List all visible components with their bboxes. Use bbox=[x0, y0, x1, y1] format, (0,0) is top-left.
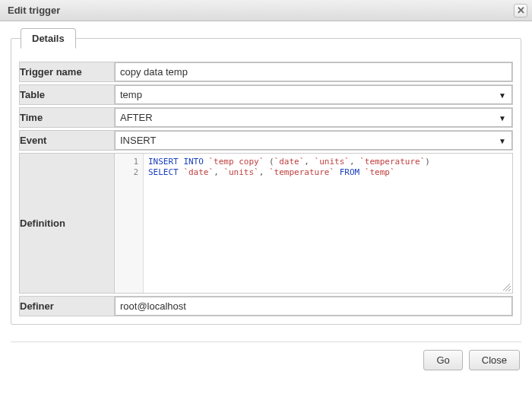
editor-gutter: 12 bbox=[115, 154, 144, 293]
label-definer: Definer bbox=[20, 297, 115, 316]
tab-details[interactable]: Details bbox=[21, 28, 76, 49]
dialog-body: Details Trigger name Table temp ▼ bbox=[0, 21, 532, 332]
dialog-title: Edit trigger bbox=[8, 5, 60, 16]
editor-code[interactable]: INSERT INTO `temp copy` (`date`, `units`… bbox=[144, 154, 512, 293]
time-select[interactable]: AFTER bbox=[115, 108, 512, 127]
label-trigger-name: Trigger name bbox=[20, 62, 115, 82]
table-select[interactable]: temp bbox=[115, 85, 512, 104]
go-button[interactable]: Go bbox=[423, 350, 462, 370]
definition-editor[interactable]: 12 INSERT INTO `temp copy` (`date`, `uni… bbox=[115, 154, 512, 293]
form-table: Trigger name Table temp ▼ bbox=[19, 62, 513, 316]
resize-handle-icon[interactable] bbox=[503, 284, 511, 291]
trigger-name-input[interactable] bbox=[115, 62, 512, 81]
event-select[interactable]: INSERT bbox=[115, 131, 512, 150]
label-table: Table bbox=[20, 85, 115, 105]
close-button[interactable]: Close bbox=[469, 350, 520, 370]
label-time: Time bbox=[20, 108, 115, 128]
details-fieldset: Details Trigger name Table temp ▼ bbox=[11, 38, 521, 325]
label-definition: Definition bbox=[20, 154, 115, 294]
dialog-titlebar: Edit trigger ✕ bbox=[0, 0, 532, 21]
label-event: Event bbox=[20, 131, 115, 151]
close-icon[interactable]: ✕ bbox=[514, 4, 527, 17]
tabs: Details bbox=[21, 28, 76, 48]
definer-input[interactable] bbox=[115, 297, 512, 316]
dialog-footer: Go Close bbox=[0, 342, 532, 378]
